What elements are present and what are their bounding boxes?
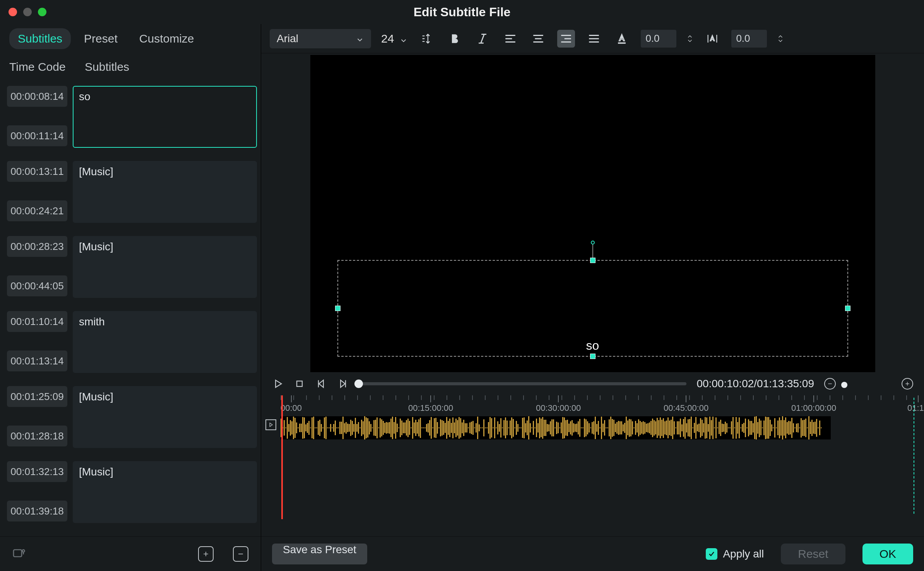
chevron-down-icon[interactable] (399, 34, 408, 43)
subtitle-in-time[interactable]: 00:01:32:13 (7, 461, 67, 482)
subtitle-overlay-text: so (586, 338, 599, 353)
subtitle-text[interactable]: so (73, 86, 257, 148)
subtitle-out-time[interactable]: 00:01:39:18 (7, 501, 67, 521)
add-subtitle-button[interactable] (198, 546, 214, 562)
playback-scrubber[interactable] (359, 382, 686, 385)
play-button[interactable] (272, 378, 284, 390)
subtitle-bbox[interactable]: so (337, 260, 848, 357)
line-spacing-spinner[interactable] (777, 35, 784, 43)
letter-width-icon (703, 30, 721, 48)
subtitle-in-time[interactable]: 00:00:13:11 (7, 161, 67, 182)
track-expand-button[interactable] (265, 419, 276, 430)
audio-waveform[interactable] (281, 416, 831, 439)
align-center-button[interactable] (529, 30, 547, 48)
stop-button[interactable] (294, 378, 305, 390)
next-frame-button[interactable] (337, 378, 349, 390)
remove-subtitle-button[interactable] (233, 546, 248, 562)
playback-head[interactable] (354, 380, 363, 388)
subtitle-out-time[interactable]: 00:01:13:14 (7, 350, 67, 371)
resize-handle-right[interactable] (845, 306, 850, 311)
preview-area: so 00:00:10:02/01:13:35:09 (261, 53, 924, 536)
formatting-toolbar: Arial 24 (261, 24, 924, 53)
titlebar: Edit Subtitle File (0, 0, 924, 24)
sidebar: Subtitles Preset Customize Time Code Sub… (0, 24, 261, 571)
align-right-button[interactable] (557, 30, 575, 48)
italic-button[interactable] (474, 30, 491, 48)
video-preview[interactable]: so (310, 55, 875, 372)
tab-customize[interactable]: Customize (131, 28, 203, 49)
font-name: Arial (277, 32, 298, 45)
subtitle-in-time[interactable]: 00:00:28:23 (7, 236, 67, 257)
prev-frame-button[interactable] (315, 378, 327, 390)
auto-subtitle-button[interactable] (12, 546, 26, 562)
window-zoom-button[interactable] (38, 8, 46, 16)
reset-button[interactable]: Reset (781, 544, 845, 564)
ok-button[interactable]: OK (862, 544, 913, 564)
subtitle-in-time[interactable]: 00:00:08:14 (7, 86, 67, 107)
column-timecode: Time Code (9, 60, 85, 74)
line-height-button[interactable] (418, 30, 436, 48)
tab-preset[interactable]: Preset (75, 28, 126, 49)
timeline-ruler[interactable]: 00:00 00:15:00:00 00:30:00:00 00:45:00:0… (281, 395, 924, 413)
subtitle-text[interactable]: [Music] (73, 236, 257, 298)
svg-rect-2 (297, 381, 302, 386)
zoom-out-button[interactable] (824, 378, 836, 390)
subtitle-row[interactable]: 00:01:25:09 00:01:28:18 [Music] (7, 386, 257, 448)
timeline[interactable]: 00:00 00:15:00:00 00:30:00:00 00:45:00:0… (261, 395, 924, 519)
playback-time: 00:00:10:02/01:13:35:09 (696, 378, 814, 390)
window-close-button[interactable] (9, 8, 17, 16)
align-justify-button[interactable] (585, 30, 603, 48)
rotate-handle[interactable] (591, 241, 595, 244)
bold-button[interactable] (446, 30, 464, 48)
svg-point-1 (22, 550, 25, 552)
char-spacing-input[interactable]: 0.0 (641, 30, 676, 48)
subtitle-out-time[interactable]: 00:01:28:18 (7, 426, 67, 446)
zoom-slider[interactable] (841, 382, 847, 388)
char-spacing-spinner[interactable] (686, 35, 693, 43)
subtitle-in-time[interactable]: 00:01:25:09 (7, 386, 67, 407)
subtitle-text[interactable]: [Music] (73, 161, 257, 223)
timeline-playhead[interactable] (281, 395, 283, 519)
text-color-button[interactable] (613, 30, 631, 48)
subtitle-in-time[interactable]: 00:01:10:14 (7, 311, 67, 332)
line-spacing-input[interactable]: 0.0 (731, 30, 767, 48)
font-size[interactable]: 24 (381, 32, 394, 45)
subtitle-out-time[interactable]: 00:00:24:21 (7, 200, 67, 221)
window-minimize-button[interactable] (23, 8, 32, 16)
svg-rect-0 (14, 550, 22, 557)
timeline-end-marker (914, 398, 914, 514)
subtitle-text[interactable]: [Music] (73, 386, 257, 448)
font-dropdown[interactable]: Arial (270, 29, 371, 48)
subtitle-out-time[interactable]: 00:00:44:05 (7, 275, 67, 296)
apply-all-checkbox[interactable]: Apply all (706, 548, 764, 560)
align-left-button[interactable] (501, 30, 519, 48)
subtitle-row[interactable]: 00:01:10:14 00:01:13:14 smith (7, 311, 257, 373)
resize-handle-bottom[interactable] (590, 354, 595, 359)
subtitle-text[interactable]: smith (73, 311, 257, 373)
chevron-down-icon (356, 34, 364, 43)
subtitle-row[interactable]: 00:01:32:13 00:01:39:18 [Music] (7, 461, 257, 523)
resize-handle-left[interactable] (335, 306, 341, 311)
subtitle-text[interactable]: [Music] (73, 461, 257, 523)
subtitle-row[interactable]: 00:00:28:23 00:00:44:05 [Music] (7, 236, 257, 298)
resize-handle-top[interactable] (590, 258, 595, 263)
zoom-in-button[interactable] (902, 378, 913, 390)
apply-all-label: Apply all (723, 548, 764, 560)
subtitle-row[interactable]: 00:00:08:14 00:00:11:14 so (7, 86, 257, 148)
subtitle-row[interactable]: 00:00:13:11 00:00:24:21 [Music] (7, 161, 257, 223)
save-preset-button[interactable]: Save as Preset (272, 544, 367, 564)
column-subtitles: Subtitles (85, 60, 129, 74)
subtitle-out-time[interactable]: 00:00:11:14 (7, 125, 67, 146)
window-title: Edit Subtitle File (414, 5, 511, 19)
subtitle-list[interactable]: 00:00:08:14 00:00:11:14 so 00:00:13:11 0… (0, 80, 261, 536)
tab-subtitles[interactable]: Subtitles (9, 28, 71, 49)
checkbox-icon (706, 548, 717, 560)
